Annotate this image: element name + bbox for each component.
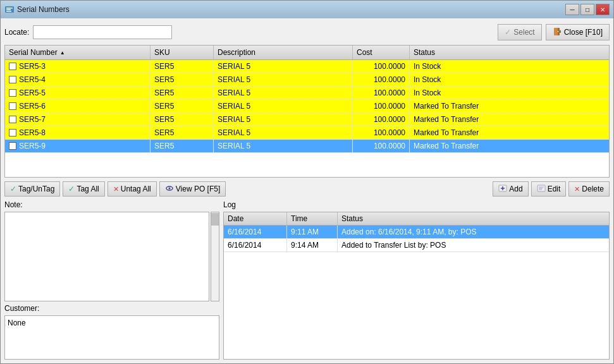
note-textarea[interactable] (4, 212, 209, 301)
content-area: Locate: ✓ Select Close [F10] (1, 18, 613, 363)
locate-label: Locate: (4, 28, 29, 37)
log-header: Date Time Status (224, 212, 609, 226)
tag-untag-button[interactable]: ✓ Tag/UnTag (4, 181, 60, 197)
table-row[interactable]: SER5-6 SER5 SERIAL 5 100.0000 Marked To … (5, 100, 609, 113)
svg-rect-7 (559, 30, 561, 33)
log-row[interactable]: 6/16/2014 9:11 AM Added on: 6/16/2014, 9… (224, 226, 609, 239)
svg-rect-3 (6, 11, 11, 12)
row-checkbox[interactable] (9, 102, 16, 110)
log-label: Log (223, 200, 610, 209)
log-body: 6/16/2014 9:11 AM Added on: 6/16/2014, 9… (224, 226, 609, 359)
table-header: Serial Number ▲ SKU Description Cost Sta… (5, 46, 609, 60)
status-cell: Marked To Transfer (410, 126, 609, 139)
description-cell: SERIAL 5 (214, 113, 353, 126)
note-area-wrapper (4, 212, 219, 301)
action-bar: ✓ Tag/UnTag ✓ Tag All ✕ Untag All View P… (4, 180, 610, 198)
close-label: Close [F10] (564, 28, 603, 37)
delete-button[interactable]: ✕ Delete (568, 181, 610, 197)
serial-number: SER5-9 (19, 142, 46, 150)
svg-rect-1 (6, 8, 13, 9)
maximize-button[interactable]: □ (580, 4, 594, 15)
check-icon: ✓ (10, 185, 16, 193)
tag-all-button[interactable]: ✓ Tag All (63, 181, 104, 197)
bottom-section: Note: Customer: None Log Date (4, 200, 610, 360)
col-cost: Cost (353, 46, 410, 59)
locate-input[interactable] (33, 25, 172, 39)
log-row[interactable]: 6/16/2014 9:14 AM Added to Transfer List… (224, 239, 609, 252)
sku-cell: SER5 (150, 113, 214, 126)
serial-number: SER5-5 (19, 88, 46, 97)
add-button[interactable]: Add (493, 181, 528, 197)
log-status: Added to Transfer List by: POS (338, 239, 609, 252)
log-table: Date Time Status 6/16/2014 9:11 AM Added… (223, 212, 610, 360)
row-checkbox[interactable] (9, 116, 16, 123)
select-button[interactable]: ✓ Select (498, 24, 541, 40)
table-row[interactable]: SER5-9 SER5 SERIAL 5 100.0000 Marked To … (5, 140, 609, 153)
serial-table: Serial Number ▲ SKU Description Cost Sta… (4, 45, 610, 178)
window-title: Serial Numbers (17, 5, 70, 14)
description-cell: SERIAL 5 (214, 100, 353, 112)
status-cell: Marked To Transfer (410, 113, 609, 126)
view-po-button[interactable]: View PO [F5] (159, 181, 226, 197)
table-row[interactable]: SER5-4 SER5 SERIAL 5 100.0000 In Stock (5, 73, 609, 87)
svg-point-9 (168, 188, 170, 190)
customer-value: None (4, 315, 219, 360)
col-serial: Serial Number ▲ (5, 46, 150, 59)
row-checkbox[interactable] (9, 142, 16, 150)
x-icon: ✕ (113, 185, 119, 193)
description-cell: SERIAL 5 (214, 73, 353, 86)
log-col-date: Date (224, 212, 287, 225)
note-label: Note: (4, 200, 219, 209)
customer-section: Customer: None (4, 304, 219, 360)
edit-button[interactable]: Edit (531, 181, 567, 197)
description-cell: SERIAL 5 (214, 87, 353, 99)
note-scrollbar (211, 212, 219, 301)
serial-number: SER5-3 (19, 62, 46, 71)
description-cell: SERIAL 5 (214, 140, 353, 152)
title-bar: Serial Numbers ─ □ ✕ (1, 1, 613, 18)
description-cell: SERIAL 5 (214, 126, 353, 139)
sort-arrow: ▲ (60, 50, 65, 56)
untag-all-button[interactable]: ✕ Untag All (107, 181, 157, 197)
tag-icon: ✓ (68, 185, 75, 193)
sku-cell: SER5 (150, 87, 214, 99)
serial-number: SER5-8 (19, 128, 46, 137)
sku-cell: SER5 (150, 73, 214, 86)
cost-cell: 100.0000 (353, 73, 410, 86)
status-cell: Marked To Transfer (410, 100, 609, 112)
close-button[interactable]: Close [F10] (546, 24, 610, 40)
checkmark-icon: ✓ (505, 28, 511, 37)
row-checkbox[interactable] (9, 63, 16, 70)
scroll-thumb (211, 213, 219, 226)
serial-numbers-window: Serial Numbers ─ □ ✕ Locate: ✓ Select (0, 0, 614, 364)
title-bar-controls: ─ □ ✕ (565, 4, 610, 15)
select-label: Select (513, 28, 534, 37)
log-date: 6/16/2014 (224, 226, 287, 238)
minimize-button[interactable]: ─ (565, 4, 579, 15)
row-checkbox[interactable] (9, 76, 16, 83)
row-checkbox[interactable] (9, 129, 16, 136)
close-window-button[interactable]: ✕ (596, 4, 610, 15)
status-cell: In Stock (410, 87, 609, 99)
eye-icon (165, 185, 174, 193)
svg-point-6 (557, 31, 558, 32)
status-cell: In Stock (410, 60, 609, 73)
delete-icon: ✕ (574, 185, 580, 193)
table-body: SER5-3 SER5 SERIAL 5 100.0000 In Stock S… (5, 60, 609, 177)
table-row[interactable]: SER5-3 SER5 SERIAL 5 100.0000 In Stock (5, 60, 609, 73)
serial-number: SER5-6 (19, 102, 46, 111)
door-icon (553, 27, 562, 38)
log-status: Added on: 6/16/2014, 9:11 AM, by: POS (338, 226, 609, 238)
table-row[interactable]: SER5-7 SER5 SERIAL 5 100.0000 Marked To … (5, 113, 609, 126)
table-row[interactable]: SER5-8 SER5 SERIAL 5 100.0000 Marked To … (5, 126, 609, 140)
status-cell: In Stock (410, 73, 609, 86)
log-col-time: Time (287, 212, 338, 225)
cost-cell: 100.0000 (353, 126, 410, 139)
svg-rect-2 (6, 9, 11, 11)
row-checkbox[interactable] (9, 89, 16, 97)
customer-label: Customer: (4, 304, 219, 313)
cost-cell: 100.0000 (353, 113, 410, 126)
serial-number: SER5-7 (19, 115, 46, 124)
sku-cell: SER5 (150, 126, 214, 139)
table-row[interactable]: SER5-5 SER5 SERIAL 5 100.0000 In Stock (5, 87, 609, 100)
